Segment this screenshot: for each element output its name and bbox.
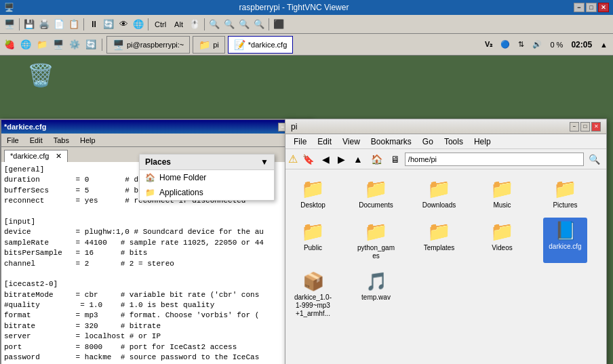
file-downloads[interactable]: 📁 Downloads: [417, 175, 461, 212]
tray-volume-icon[interactable]: 🔊: [530, 40, 545, 49]
zoom-reset-icon[interactable]: 🔍: [237, 18, 251, 31]
fm-toolbar: ⚠ 🔖 ◀ ▶ ▲ 🏠 🖥 🔍: [285, 149, 606, 169]
browser-icon[interactable]: 🌐: [19, 38, 33, 52]
tray-bluetooth-icon[interactable]: 🔵: [498, 40, 513, 49]
save-icon[interactable]: 💾: [22, 18, 36, 31]
minimize-button[interactable]: −: [574, 3, 585, 12]
fm-menu-bookmarks[interactable]: Bookmarks: [365, 136, 417, 148]
fm-task-icon: 📁: [199, 39, 210, 50]
fm-tb-up-btn[interactable]: ▲: [350, 152, 366, 167]
fm-menu-go[interactable]: Go: [417, 136, 439, 148]
editor-task-icon: 📝: [234, 39, 245, 50]
places-collapse-icon[interactable]: ▼: [260, 157, 269, 167]
fm-close-btn[interactable]: ✕: [591, 122, 601, 132]
file-public[interactable]: 📁 Public: [291, 218, 335, 263]
places-home-label: Home Folder: [159, 173, 206, 182]
tray-network-icon[interactable]: ⇅: [515, 40, 527, 49]
file-desktop[interactable]: 📁 Desktop: [291, 175, 335, 212]
eye-icon[interactable]: 👁: [117, 18, 130, 31]
raspberry-icon: 🍓: [3, 38, 16, 52]
file-darkice-deb[interactable]: 📦 darkice_1.0-1-999~mp3+1_armhf...: [291, 268, 335, 321]
places-item-home[interactable]: 🏠 Home Folder: [140, 170, 274, 185]
python-games-folder-icon: 📁: [364, 220, 388, 243]
fm-tb-forward-btn[interactable]: ▶: [334, 152, 349, 167]
terminal-task-label: pi@raspberrypi:~: [127, 41, 184, 49]
zoom-out-icon[interactable]: 🔍: [207, 18, 221, 31]
places-item-apps[interactable]: 📁 Applications: [140, 185, 274, 200]
file-music[interactable]: 📁 Music: [480, 175, 524, 212]
fm-minimize-btn[interactable]: −: [570, 122, 579, 132]
pictures-folder-icon: 📁: [553, 178, 577, 200]
fm-menu-help[interactable]: Help: [469, 136, 496, 148]
fm-main-area: 📁 Desktop 📁 Documents 📁 Downloads: [285, 169, 606, 364]
music-folder-icon: 📁: [490, 178, 514, 200]
fm-maximize-btn[interactable]: □: [580, 122, 590, 132]
videos-folder-icon: 📁: [490, 220, 514, 243]
editor-tab-close[interactable]: ✕: [56, 152, 62, 160]
editor-tab-label: *darkice.cfg: [10, 152, 49, 160]
editor-menu-edit[interactable]: Edit: [24, 134, 48, 146]
fm-warning-icon: ⚠: [288, 153, 298, 165]
taskbar-terminal[interactable]: 🖥️ pi@raspberrypi:~: [106, 36, 190, 54]
settings-icon[interactable]: ⚙️: [68, 38, 81, 52]
zoom-in-icon[interactable]: 🔍: [222, 18, 236, 31]
fm-content: 📁 Desktop 📁 Documents 📁 Downloads: [285, 169, 606, 364]
editor-title: *darkice.cfg: [4, 123, 46, 131]
fm-menu-tools[interactable]: Tools: [439, 136, 469, 148]
file-python-games[interactable]: 📁 python_games: [354, 218, 398, 263]
fullscreen-icon[interactable]: ⬛: [272, 18, 285, 31]
fm-address-input[interactable]: [405, 153, 584, 166]
zoom-fit-icon[interactable]: 🔍: [252, 18, 266, 31]
file-templates[interactable]: 📁 Templates: [417, 218, 461, 263]
fm-tb-home-btn[interactable]: 🏠: [368, 152, 386, 167]
tray-arrow-icon: ▲: [597, 41, 610, 49]
python-games-folder-label: python_games: [357, 244, 395, 260]
fm-tb-bookmark-btn[interactable]: 🔖: [299, 152, 317, 167]
mouse-icon[interactable]: 🖱️: [188, 18, 201, 31]
ctrl-button[interactable]: Ctrl: [151, 19, 170, 30]
toolbar-sep-3: [148, 18, 149, 31]
tray-clock: 02:05: [568, 40, 595, 49]
file-documents[interactable]: 📁 Documents: [354, 175, 398, 212]
taskbar-editor[interactable]: 📝 *darkice.cfg: [228, 36, 293, 54]
fm-tb-back-btn[interactable]: ◀: [319, 152, 333, 167]
terminal-task-icon: 🖥️: [113, 39, 124, 50]
editor-menu-help[interactable]: Help: [75, 134, 101, 146]
vnc-logo: 🖥️: [3, 18, 16, 31]
folder-icon[interactable]: 📁: [35, 38, 49, 52]
file-temp-wav[interactable]: 🎵 temp.wav: [354, 268, 398, 321]
fm-menu-edit[interactable]: Edit: [312, 136, 337, 148]
doc-icon[interactable]: 📄: [52, 18, 66, 31]
taskbar-filemanager[interactable]: 📁 pi: [193, 36, 225, 54]
file-darkice-cfg[interactable]: 📘 darkice.cfg: [543, 218, 587, 263]
fm-title-controls: − □ ✕: [570, 122, 601, 132]
refresh-icon[interactable]: 🔄: [102, 18, 115, 31]
fm-tb-search-btn[interactable]: 🔍: [585, 152, 604, 167]
temp-wav-label: temp.wav: [361, 294, 391, 302]
editor-menu-tabs[interactable]: Tabs: [48, 134, 75, 146]
fm-menu-view[interactable]: View: [337, 136, 365, 148]
tray-battery: 0 %: [547, 41, 566, 49]
editor-menubar: File Edit Tabs Help: [1, 134, 311, 147]
network-icon[interactable]: 🌐: [132, 18, 145, 31]
fm-tb-computer-btn[interactable]: 🖥: [387, 152, 403, 167]
close-button[interactable]: ✕: [598, 3, 609, 12]
update-icon[interactable]: 🔄: [84, 38, 98, 52]
desktop-folder-icon: 📁: [301, 178, 325, 200]
clip-icon[interactable]: 📋: [67, 18, 81, 31]
downloads-folder-label: Downloads: [422, 201, 456, 209]
fm-menu-file[interactable]: File: [288, 136, 312, 148]
pause-icon[interactable]: ⏸: [87, 18, 100, 31]
print-icon[interactable]: 🖨️: [37, 18, 51, 31]
file-pictures[interactable]: 📁 Pictures: [543, 175, 587, 212]
editor-menu-file[interactable]: File: [1, 134, 24, 146]
places-panel: Places ▼ 🏠 Home Folder 📁 Applications: [139, 154, 275, 201]
trash-icon[interactable]: 🗑️: [20, 62, 61, 89]
editor-tab[interactable]: *darkice.cfg ✕: [4, 150, 68, 162]
places-header: Places ▼: [140, 155, 274, 170]
terminal-icon[interactable]: 🖥️: [52, 38, 65, 52]
file-videos[interactable]: 📁 Videos: [480, 218, 524, 263]
alt-button[interactable]: Alt: [171, 19, 186, 30]
desktop: 🗑️ *darkice.cfg − □ ✕ File Edit Tabs Hel…: [0, 56, 613, 364]
maximize-button[interactable]: □: [586, 3, 597, 12]
